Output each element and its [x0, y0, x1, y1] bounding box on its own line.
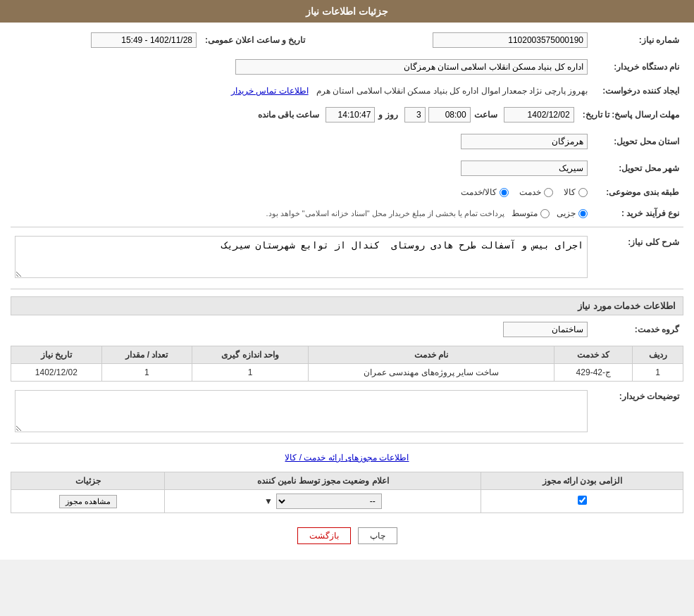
need-number-cell	[319, 30, 592, 51]
category-table: طبقه بندی موضوعی: کالا خدمت	[11, 184, 683, 200]
service-code-cell: ج-42-429	[554, 364, 633, 382]
perm-dropdown-icon: ▼	[264, 496, 273, 506]
general-desc-cell: اجرای بیس و آسفالت طرح هادی روستای کندال…	[11, 233, 592, 283]
process-table: نوع فرآیند خرید : جزیی متوسط پرداخت تمام…	[11, 206, 683, 221]
process-label: نوع فرآیند خرید :	[592, 206, 683, 221]
perm-required-cell	[481, 490, 683, 513]
process-small-radio[interactable]	[578, 209, 588, 218]
time-label: ساعت	[474, 110, 497, 120]
days-label: روز و	[378, 110, 397, 120]
remaining-label: ساعت باقی مانده	[258, 110, 320, 120]
perm-details-cell: مشاهده مجوز	[11, 490, 165, 513]
print-button[interactable]: چاپ	[358, 527, 397, 544]
general-desc-table: شرح کلی نیاز: اجرای بیس و آسفالت طرح هاد…	[11, 233, 683, 283]
buyer-desc-textarea[interactable]	[15, 390, 588, 432]
services-table: ردیف کد خدمت نام خدمت واحد اندازه گیری ت…	[11, 346, 683, 382]
process-small-text: جزیی	[557, 208, 576, 218]
province-cell	[11, 131, 592, 152]
province-input	[461, 134, 588, 149]
perm-col-required: الزامی بودن ارائه مجوز	[481, 472, 683, 490]
deadline-flex: ساعت روز و ساعت باقی مانده	[15, 107, 574, 122]
col-row-num: ردیف	[633, 346, 683, 364]
perm-status-cell: -- ▼	[165, 490, 481, 513]
creator-cell: بهروز پارچی نژاد جمعدار اموال اداره کل ب…	[11, 83, 592, 99]
category-both-radio[interactable]	[500, 188, 509, 197]
announce-date-label: تاریخ و ساعت اعلان عمومی:	[201, 30, 319, 51]
perm-col-details: جزئیات	[11, 472, 165, 490]
permissions-link[interactable]: اطلاعات مجوزهای ارائه خدمت / کالا	[11, 449, 683, 466]
view-permit-button[interactable]: مشاهده مجوز	[59, 495, 117, 508]
buyer-org-label: نام دستگاه خریدار:	[592, 56, 683, 77]
category-service-text: خدمت	[519, 187, 541, 197]
service-group-input	[503, 322, 588, 337]
province-table: استان محل تحویل:	[11, 131, 683, 152]
main-content: شماره نیاز: تاریخ و ساعت اعلان عمومی: نا…	[0, 23, 694, 560]
col-date: تاریخ نیاز	[11, 346, 102, 364]
general-desc-label: شرح کلی نیاز:	[592, 233, 683, 283]
process-medium-radio[interactable]	[540, 209, 550, 218]
back-button[interactable]: بازگشت	[297, 527, 351, 544]
creator-value: بهروز پارچی نژاد جمعدار اموال اداره کل ب…	[316, 86, 588, 96]
process-note: پرداخت تمام یا بخشی از مبلغ خریدار محل "…	[266, 209, 504, 218]
province-label: استان محل تحویل:	[592, 131, 683, 152]
separator-1	[11, 227, 683, 227]
category-goods-label[interactable]: کالا	[564, 187, 588, 197]
quantity-cell: 1	[101, 364, 192, 382]
row-num-cell: 1	[633, 364, 683, 382]
col-service-name: نام خدمت	[308, 346, 554, 364]
unit-cell: 1	[192, 364, 309, 382]
category-service-radio[interactable]	[544, 188, 553, 197]
service-name-cell: ساخت سایر پروژه‌های مهندسی عمران	[308, 364, 554, 382]
footer-buttons: چاپ بازگشت	[11, 519, 683, 553]
process-row: جزیی متوسط پرداخت تمام یا بخشی از مبلغ خ…	[15, 208, 588, 218]
send-date-input	[504, 107, 574, 122]
need-number-table: شماره نیاز: تاریخ و ساعت اعلان عمومی:	[11, 30, 683, 51]
service-group-label: گروه خدمت:	[592, 319, 683, 340]
page-wrapper: جزئیات اطلاعات نیاز شماره نیاز: تاریخ و …	[0, 0, 694, 560]
separator-2	[11, 289, 683, 289]
perm-required-checkbox[interactable]	[578, 496, 587, 505]
service-group-cell	[11, 319, 592, 340]
need-number-input	[433, 32, 588, 48]
category-cell: کالا خدمت کالا/خدمت	[11, 184, 592, 200]
general-desc-textarea[interactable]: اجرای بیس و آسفالت طرح هادی روستای کندال…	[15, 236, 588, 278]
category-goods-radio[interactable]	[578, 188, 588, 197]
services-section-header: اطلاعات خدمات مورد نیاز	[11, 296, 683, 315]
col-service-code: کد خدمت	[554, 346, 633, 364]
need-number-label: شماره نیاز:	[592, 30, 683, 51]
col-unit: واحد اندازه گیری	[192, 346, 309, 364]
col-quantity: تعداد / مقدار	[101, 346, 192, 364]
perm-col-status: اعلام وضعیت مجوز توسط نامین کننده	[165, 472, 481, 490]
deadline-table: مهلت ارسال پاسخ: تا تاریخ: ساعت روز و سا…	[11, 104, 683, 125]
process-small-label[interactable]: جزیی	[557, 208, 588, 218]
category-both-label[interactable]: کالا/خدمت	[461, 187, 509, 197]
date-cell: 1402/12/02	[11, 364, 102, 382]
city-table: شهر محل تحویل:	[11, 158, 683, 179]
table-row: 1 ج-42-429 ساخت سایر پروژه‌های مهندسی عم…	[11, 364, 683, 382]
buyer-org-input	[235, 59, 588, 75]
deadline-row-cell: ساعت روز و ساعت باقی مانده	[11, 104, 578, 125]
creator-label: ایجاد کننده درخواست:	[592, 83, 683, 99]
process-medium-label[interactable]: متوسط	[512, 208, 550, 218]
buyer-desc-label: توضیحات خریدار:	[592, 387, 683, 437]
buyer-desc-cell	[11, 387, 592, 437]
perm-status-select[interactable]: --	[276, 494, 382, 509]
buyer-desc-table: توضیحات خریدار:	[11, 387, 683, 437]
creator-contact-link[interactable]: اطلاعات تماس خریدار	[231, 86, 309, 96]
send-time-input	[428, 107, 471, 122]
send-deadline-label: مهلت ارسال پاسخ: تا تاریخ:	[578, 104, 683, 125]
send-remaining-input	[326, 107, 375, 122]
perm-table-row: -- ▼ مشاهده مجوز	[11, 490, 683, 513]
process-medium-text: متوسط	[512, 208, 538, 218]
category-radio-group: کالا خدمت کالا/خدمت	[15, 187, 588, 197]
process-cell: جزیی متوسط پرداخت تمام یا بخشی از مبلغ خ…	[11, 206, 592, 221]
permissions-table: الزامی بودن ارائه مجوز اعلام وضعیت مجوز …	[11, 472, 683, 513]
category-label: طبقه بندی موضوعی:	[592, 184, 683, 200]
announce-date-input	[91, 32, 197, 48]
city-cell	[11, 158, 592, 179]
category-both-text: کالا/خدمت	[461, 187, 497, 197]
city-input	[461, 161, 588, 176]
page-title: جزئیات اطلاعات نیاز	[306, 6, 388, 17]
category-goods-text: کالا	[564, 187, 576, 197]
category-service-label[interactable]: خدمت	[519, 187, 553, 197]
